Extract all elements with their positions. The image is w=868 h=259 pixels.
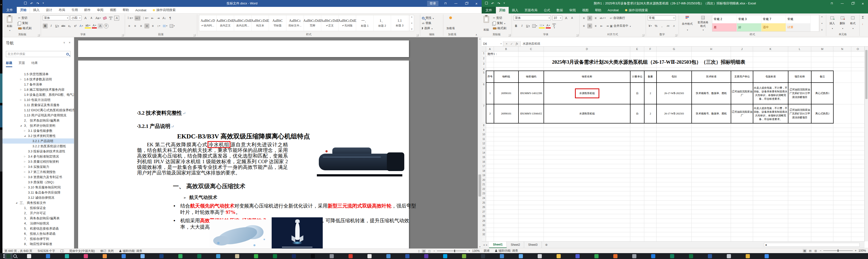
sort-button[interactable]: A↓	[162, 16, 167, 21]
table-cell-code[interactable]: IDUMMY-13946455	[519, 104, 544, 123]
cell-a1[interactable]: 附件1：	[488, 51, 498, 57]
align-center-button[interactable]: ≡	[587, 24, 592, 29]
subscript-button[interactable]: x₂	[67, 24, 72, 29]
print-layout-icon[interactable]: ▤	[422, 249, 426, 253]
tab-mailings[interactable]: 邮件	[81, 7, 94, 13]
taskbar-app-icon[interactable]	[122, 253, 126, 259]
nav-heading-item[interactable]: 3.2.1 产品说明	[2, 139, 74, 144]
cancel-icon[interactable]: ×	[506, 42, 507, 45]
font-dialog-launcher[interactable]: ↘	[122, 34, 124, 36]
column-header[interactable]: N	[833, 46, 851, 51]
tab-review[interactable]: 审阅	[94, 7, 106, 13]
decrease-indent-button[interactable]: ⇤	[599, 24, 604, 29]
align-left-button[interactable]: ≡	[127, 24, 132, 29]
format-painter-button[interactable]: 格式刷	[18, 26, 31, 31]
fill-color-button[interactable]	[539, 24, 545, 29]
sheet-table-title[interactable]: 2025年3月设备需求计划26大类水源热泵机组（26-17-WⅡ-202503包…	[486, 57, 811, 67]
header-cell[interactable]: 物料组	[494, 71, 519, 82]
taskbar-app-icon[interactable]	[84, 253, 88, 259]
strikethrough-button[interactable]: abc	[61, 24, 66, 29]
format-cells-button[interactable]: 格式	[848, 15, 858, 31]
row-header[interactable]: 6	[482, 82, 486, 104]
close-button[interactable]: ×	[858, 0, 868, 7]
zoom-level[interactable]: 100%	[859, 249, 866, 252]
minimize-button[interactable]: —	[837, 0, 847, 7]
shading-button[interactable]	[162, 24, 168, 29]
nav-heading-item[interactable]: 3.3 投标设备的技术先进性	[2, 149, 74, 154]
normal-view-icon[interactable]: ▦	[803, 249, 807, 253]
taskbar-app-icon[interactable]	[632, 253, 637, 259]
header-cell[interactable]: 物资编码	[519, 71, 544, 82]
nav-heading-item[interactable]: 5、 机密信息接收承诺函	[2, 226, 74, 231]
taskbar-app-icon[interactable]	[254, 253, 258, 259]
nav-heading-item[interactable]: 1.7 备件清单	[2, 82, 74, 87]
taskbar-app-icon[interactable]	[538, 253, 542, 259]
taskbar-app-icon[interactable]	[500, 253, 504, 259]
taskbar-app-icon[interactable]	[689, 253, 693, 259]
taskbar-app-icon[interactable]	[424, 253, 428, 259]
zoom-in-icon[interactable]: +	[855, 249, 857, 252]
font-size-select[interactable]: 10	[552, 15, 562, 20]
select-button[interactable]: 选择	[422, 26, 442, 31]
expand-caret-icon[interactable]: ◢	[20, 123, 24, 128]
tell-me-search[interactable]: 操作说明搜索	[622, 7, 651, 13]
taskbar-app-icon[interactable]	[311, 253, 315, 259]
justify-button[interactable]: ≡	[145, 24, 149, 29]
underline-button[interactable]: U	[55, 24, 60, 29]
table-cell-group[interactable]: 26990101	[494, 104, 519, 123]
taskbar-app-icon[interactable]	[235, 253, 239, 259]
table-cell-user[interactable]: 辽河油田沈阳采油厂	[731, 104, 753, 123]
zoom-out-icon[interactable]: −	[819, 249, 822, 252]
taskbar-app-icon[interactable]	[405, 253, 409, 259]
proofing-icon[interactable]	[60, 250, 64, 252]
clear-formatting-button[interactable]	[102, 16, 107, 21]
zoom-level[interactable]: 130%	[472, 249, 480, 253]
styles-dialog-launcher[interactable]: ↘	[416, 34, 418, 36]
tab-review[interactable]: 审阅	[566, 7, 579, 13]
row-header[interactable]: 16	[482, 159, 486, 164]
document-canvas[interactable]: ▪3.2 技术资料完整性↵ ▪3.2.1 产品说明↵ EKDC-B3/B3V 高…	[74, 37, 478, 249]
expand-caret-icon[interactable]: ▷	[20, 97, 24, 103]
wrap-text-button[interactable]: ↩自动换行	[610, 15, 625, 21]
table-cell-name[interactable]: 水源热泵机组	[544, 104, 630, 123]
increase-decimal-button[interactable]: .00	[665, 24, 670, 29]
taskbar-app-icon[interactable]	[292, 253, 296, 259]
tab-insert[interactable]: 插入	[509, 7, 521, 13]
redo-icon[interactable]: ↷	[36, 2, 39, 5]
tell-me-search[interactable]: 操作说明搜索	[150, 7, 179, 13]
nav-tab-pages[interactable]: 页面	[19, 61, 25, 67]
delete-cells-button[interactable]: 删除	[838, 15, 847, 31]
horizontal-scrollbar[interactable]: ◀	[764, 243, 860, 247]
row-header[interactable]: 19	[482, 173, 486, 178]
nav-heading-item[interactable]: 2、 技术条款响应/偏离表	[2, 118, 74, 123]
show-marks-button[interactable]: ¶	[168, 16, 173, 21]
search-icon[interactable]	[66, 53, 69, 56]
nav-heading-item[interactable]: ◢ 3.2 技术资料完整性	[2, 133, 74, 139]
taskbar-app-icon[interactable]	[746, 253, 750, 259]
table-cell-package[interactable]: 26-17-WⅡ-202503	[656, 82, 692, 104]
style-item[interactable]: AaBbCcDdE 表内正文	[217, 15, 234, 31]
page-current[interactable]: ▪3.2 技术资料完整性↵ ▪3.2.1 产品说明↵ EKDC-B3/B3V 高…	[78, 61, 409, 249]
select-all-corner[interactable]	[482, 46, 486, 51]
nav-heading-item[interactable]: ◢ 3、 技术评分响应资料	[2, 123, 74, 128]
save-icon[interactable]	[24, 2, 27, 4]
tab-references[interactable]: 引用	[68, 7, 81, 13]
zoom-slider[interactable]	[437, 251, 466, 251]
style-item[interactable]: AaBbC 节标题	[269, 15, 286, 31]
nav-search-box[interactable]: 在文档中搜索	[6, 51, 70, 57]
nav-heading-item[interactable]: ▷ 3.10 售后服务响应时间	[2, 185, 74, 190]
taskbar-app-icon[interactable]	[141, 253, 145, 259]
table-cell-user[interactable]: 辽河油田沈阳采油厂	[731, 82, 753, 104]
table-cell-qty[interactable]: 2	[644, 82, 656, 104]
align-left-button[interactable]: ≡	[581, 24, 586, 29]
nav-heading-item[interactable]: ▷ 3.8 资质能力及专利证书	[2, 175, 74, 180]
taskbar-search-icon[interactable]	[13, 254, 17, 258]
nav-heading-item[interactable]: 1.9 设备总装图、系统PID图、电气系统图	[2, 92, 74, 97]
qat-customize-icon[interactable]: ∨	[503, 2, 505, 5]
sheet-tab-sheet2[interactable]: Sheet2	[507, 242, 524, 248]
style-item[interactable]: AaBbCcDdE 表内左两...	[234, 15, 251, 31]
taskbar-app-icon[interactable]	[197, 253, 202, 259]
change-case-button[interactable]: Aa	[95, 16, 101, 21]
line-spacing-button[interactable]: ↕	[156, 24, 161, 29]
character-border-button[interactable]: A	[114, 16, 119, 21]
